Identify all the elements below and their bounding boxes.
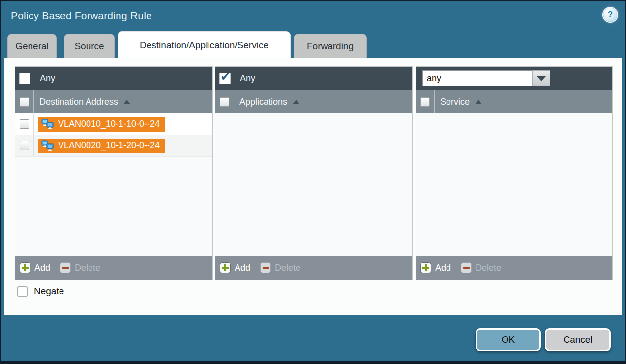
- address-object-chip[interactable]: VLAN0020_10-1-20-0--24: [38, 139, 165, 153]
- column-header-label: Destination Address: [39, 97, 118, 107]
- negate-option: Negate: [17, 286, 64, 297]
- negate-label: Negate: [34, 286, 64, 297]
- tab-destination-application-service[interactable]: Destination/Application/Service: [118, 31, 291, 58]
- service-dropdown-button[interactable]: [532, 70, 550, 86]
- service-dropdown-bar: any: [416, 67, 612, 90]
- select-all-checkbox[interactable]: [420, 97, 430, 107]
- dialog-title: Policy Based Forwarding Rule: [11, 10, 152, 22]
- address-object-chip[interactable]: VLAN0010_10-1-10-0--24: [38, 117, 165, 132]
- sort-ascending-icon: [293, 100, 299, 104]
- network-address-icon: [41, 119, 54, 130]
- destination-address-panel: Any Destination Address VLAN0010_10-1-10…: [15, 66, 213, 280]
- any-label: Any: [240, 73, 255, 84]
- destination-address-list: VLAN0010_10-1-10-0--24VLAN0020_10-1-20-0…: [15, 113, 212, 256]
- service-list: [416, 113, 612, 256]
- tab-label: Destination/Application/Service: [140, 40, 268, 51]
- tab-source[interactable]: Source: [64, 34, 115, 58]
- destination-footer-toolbar: Add Delete: [15, 256, 212, 280]
- sort-ascending-icon: [123, 100, 130, 104]
- tab-content: Any Destination Address VLAN0010_10-1-10…: [4, 58, 622, 315]
- help-icon[interactable]: ?: [603, 8, 617, 22]
- tab-forwarding[interactable]: Forwarding: [294, 34, 367, 58]
- destination-any-bar: Any: [15, 67, 212, 90]
- delete-label: Delete: [476, 263, 501, 273]
- cancel-button[interactable]: Cancel: [545, 328, 611, 351]
- list-item[interactable]: VLAN0020_10-1-20-0--24: [15, 135, 212, 157]
- applications-panel: Any Applications Add: [215, 66, 413, 280]
- sort-ascending-icon: [475, 100, 482, 104]
- select-all-checkbox[interactable]: [20, 97, 29, 107]
- applications-any-bar: Any: [215, 67, 412, 90]
- dialog-window: Policy Based Forwarding Rule ? General S…: [1, 1, 625, 361]
- network-address-icon: [41, 140, 54, 151]
- add-label: Add: [435, 263, 451, 273]
- header-checkbox-cell: [215, 90, 234, 113]
- select-all-checkbox[interactable]: [220, 97, 229, 107]
- minus-icon: [60, 262, 71, 273]
- applications-list: [215, 113, 412, 256]
- service-panel: any Service: [416, 66, 613, 280]
- delete-button[interactable]: Delete: [60, 262, 100, 273]
- delete-button[interactable]: Delete: [461, 262, 501, 273]
- header-checkbox-cell: [15, 90, 34, 113]
- plus-icon: [220, 262, 231, 273]
- tab-general[interactable]: General: [7, 34, 57, 58]
- service-footer-toolbar: Add Delete: [416, 256, 612, 280]
- destination-column-header[interactable]: Destination Address: [15, 90, 212, 113]
- service-dropdown[interactable]: any: [422, 70, 550, 86]
- row-checkbox[interactable]: [20, 141, 29, 150]
- destination-any-checkbox[interactable]: [19, 73, 30, 84]
- tab-label: Forwarding: [307, 41, 354, 52]
- column-header-label: Applications: [239, 97, 287, 107]
- plus-icon: [420, 262, 431, 273]
- add-label: Add: [34, 263, 50, 273]
- delete-label: Delete: [275, 263, 300, 273]
- delete-button[interactable]: Delete: [260, 262, 300, 273]
- minus-icon: [461, 262, 472, 273]
- row-checkbox-cell: [15, 113, 34, 135]
- column-header-label: Service: [440, 97, 470, 107]
- applications-footer-toolbar: Add Delete: [215, 256, 412, 280]
- minus-icon: [260, 262, 271, 273]
- address-object-label: VLAN0020_10-1-20-0--24: [58, 140, 160, 151]
- policy-based-forwarding-dialog: Policy Based Forwarding Rule ? General S…: [0, 0, 626, 364]
- list-item[interactable]: VLAN0010_10-1-10-0--24: [15, 113, 212, 135]
- applications-column-header[interactable]: Applications: [215, 90, 412, 113]
- header-checkbox-cell: [416, 90, 435, 113]
- negate-checkbox[interactable]: [17, 286, 28, 297]
- any-label: Any: [40, 73, 55, 84]
- plus-icon: [20, 262, 30, 273]
- service-dropdown-value[interactable]: any: [422, 70, 532, 86]
- row-checkbox-cell: [15, 135, 34, 156]
- ok-button[interactable]: OK: [476, 328, 541, 351]
- row-checkbox[interactable]: [20, 119, 29, 129]
- add-button[interactable]: Add: [20, 262, 50, 273]
- tab-label: General: [15, 41, 49, 52]
- add-button[interactable]: Add: [420, 262, 451, 273]
- applications-any-checkbox[interactable]: [219, 73, 231, 84]
- service-column-header[interactable]: Service: [416, 90, 612, 113]
- add-button[interactable]: Add: [220, 262, 250, 273]
- add-label: Add: [235, 263, 250, 273]
- chevron-down-icon: [537, 76, 546, 81]
- address-object-label: VLAN0010_10-1-10-0--24: [58, 119, 160, 129]
- delete-label: Delete: [75, 263, 100, 273]
- tab-label: Source: [74, 41, 104, 52]
